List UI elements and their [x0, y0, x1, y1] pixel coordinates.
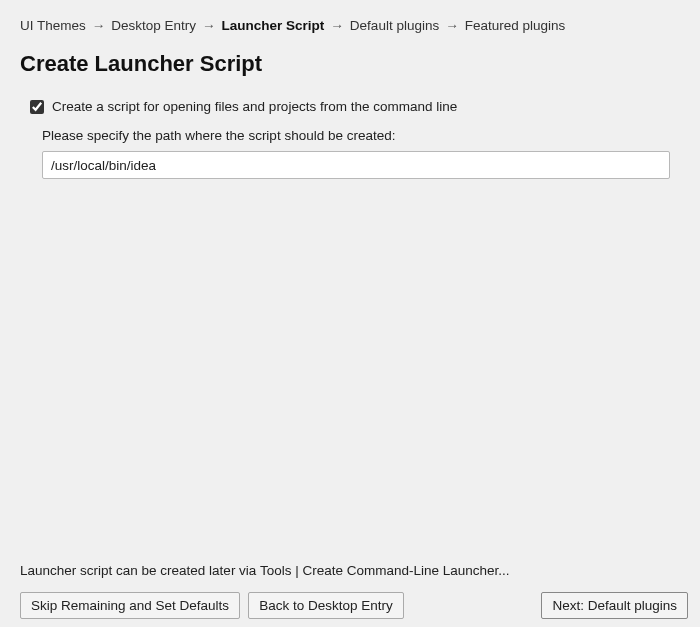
- hint-text: Launcher script can be created later via…: [20, 563, 688, 592]
- breadcrumb-item: Launcher Script: [222, 18, 325, 33]
- page-title: Create Launcher Script: [0, 43, 700, 93]
- skip-remaining-button[interactable]: Skip Remaining and Set Defaults: [20, 592, 240, 619]
- breadcrumb-separator-icon: →: [445, 18, 459, 33]
- back-button[interactable]: Back to Desktop Entry: [248, 592, 404, 619]
- breadcrumb-item[interactable]: Featured plugins: [465, 18, 566, 33]
- script-path-input[interactable]: [42, 151, 670, 179]
- breadcrumb-separator-icon: →: [330, 18, 344, 33]
- breadcrumb-item[interactable]: Desktop Entry: [111, 18, 196, 33]
- create-script-checkbox[interactable]: [30, 100, 44, 114]
- path-prompt-label: Please specify the path where the script…: [30, 120, 670, 151]
- next-button[interactable]: Next: Default plugins: [541, 592, 688, 619]
- create-script-checkbox-row[interactable]: Create a script for opening files and pr…: [30, 93, 670, 120]
- content-area: Create a script for opening files and pr…: [0, 93, 700, 179]
- breadcrumb-separator-icon: →: [202, 18, 216, 33]
- button-row: Skip Remaining and Set Defaults Back to …: [20, 592, 688, 619]
- bottom-bar: Launcher script can be created later via…: [0, 563, 700, 627]
- breadcrumb-item[interactable]: UI Themes: [20, 18, 86, 33]
- breadcrumb-item[interactable]: Default plugins: [350, 18, 439, 33]
- create-script-checkbox-label: Create a script for opening files and pr…: [52, 99, 457, 114]
- breadcrumb: UI Themes→Desktop Entry→Launcher Script→…: [0, 0, 700, 43]
- breadcrumb-separator-icon: →: [92, 18, 106, 33]
